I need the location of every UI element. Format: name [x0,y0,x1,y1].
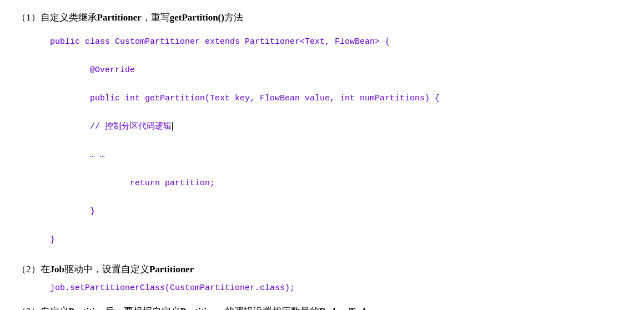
section-3-bold-2: Partitioner [180,306,225,311]
section-1-bold-2: getPartition() [170,12,224,23]
section-2-bold-1: Job [50,264,64,275]
section-3-bold-3: ReduceTask [319,306,368,311]
section-2-code: job.setPartitionerClass(CustomPartitione… [17,283,627,293]
section-2: （2）在Job驱动中，设置自定义Partitioner job.setParti… [17,263,627,293]
section-3: （3）自定义Partition后，要根据自定义Partitioner的逻辑设置相… [17,305,627,311]
section-1-title: （1）自定义类继承Partitioner，重写getPartition()方法 [17,11,627,24]
text-cursor [172,122,173,131]
section-2-bold-2: Partitioner [149,264,194,275]
section-3-bold-1: Partition [69,306,105,311]
section-1: （1）自定义类继承Partitioner，重写getPartition()方法 … [17,11,627,251]
section-2-title: （2）在Job驱动中，设置自定义Partitioner [17,263,627,276]
section-1-bold-1: Partitioner [97,12,142,23]
section-3-title: （3）自定义Partition后，要根据自定义Partitioner的逻辑设置相… [17,305,627,311]
code-block-1: public class CustomPartitioner extends P… [17,32,627,251]
